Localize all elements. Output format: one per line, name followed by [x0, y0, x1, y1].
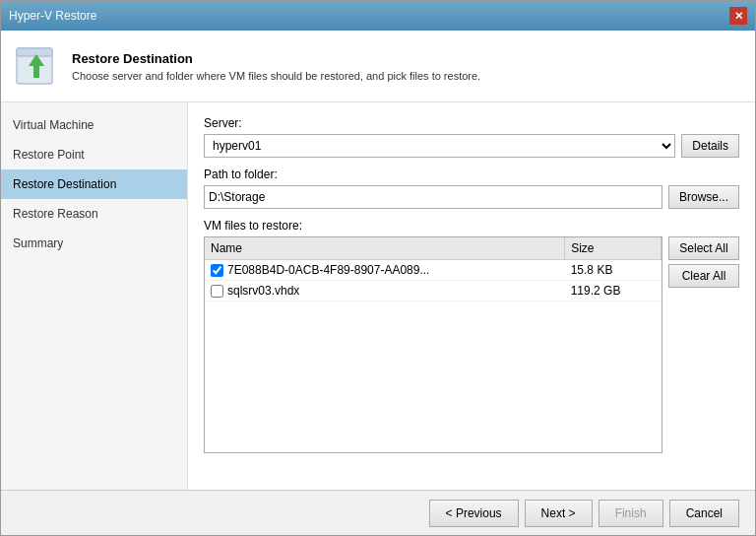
- file-size-1: 119.2 GB: [565, 281, 662, 302]
- next-button[interactable]: Next >: [525, 500, 593, 527]
- close-button[interactable]: ✕: [729, 7, 747, 25]
- content-area: Virtual Machine Restore Point Restore De…: [1, 102, 755, 490]
- sidebar: Virtual Machine Restore Point Restore De…: [1, 102, 188, 490]
- cancel-button[interactable]: Cancel: [669, 500, 739, 527]
- previous-button[interactable]: < Previous: [429, 500, 519, 527]
- details-button[interactable]: Details: [681, 134, 739, 158]
- file-name-0: 7E088B4D-0ACB-4F89-8907-AA089...: [227, 263, 429, 277]
- sidebar-item-restore-point[interactable]: Restore Point: [1, 140, 187, 169]
- vm-files-area: Name Size 7E088B4D-0ACB-4F89-8907-AA089.…: [204, 236, 739, 453]
- clear-all-button[interactable]: Clear All: [668, 264, 739, 288]
- header-text: Restore Destination Choose server and fo…: [72, 51, 480, 82]
- col-size: Size: [565, 237, 662, 260]
- vm-files-table-container: Name Size 7E088B4D-0ACB-4F89-8907-AA089.…: [204, 236, 662, 453]
- vm-files-label: VM files to restore:: [204, 219, 739, 233]
- main-panel: Server: hyperv01 Details Path to folder:…: [188, 102, 755, 490]
- sidebar-item-restore-reason[interactable]: Restore Reason: [1, 199, 187, 229]
- file-size-0: 15.8 KB: [565, 260, 662, 281]
- window-title: Hyper-V Restore: [9, 9, 96, 23]
- title-bar: Hyper-V Restore ✕: [1, 1, 755, 31]
- header-area: Restore Destination Choose server and fo…: [1, 31, 755, 102]
- file-checkbox-1[interactable]: [211, 285, 223, 298]
- vm-buttons: Select All Clear All: [668, 236, 739, 453]
- footer: < Previous Next > Finish Cancel: [1, 490, 755, 535]
- sidebar-item-summary[interactable]: Summary: [1, 229, 187, 258]
- path-row: Browse...: [204, 185, 739, 209]
- finish-button[interactable]: Finish: [598, 500, 663, 527]
- browse-button[interactable]: Browse...: [668, 185, 739, 209]
- table-cell-name-0: 7E088B4D-0ACB-4F89-8907-AA089...: [205, 260, 565, 280]
- sidebar-item-restore-destination[interactable]: Restore Destination: [1, 169, 187, 199]
- server-row: hyperv01 Details: [204, 134, 739, 158]
- path-label: Path to folder:: [204, 168, 739, 181]
- path-input[interactable]: [204, 185, 662, 209]
- table-row: sqlsrv03.vhdx 119.2 GB: [205, 281, 662, 302]
- header-title: Restore Destination: [72, 51, 480, 66]
- main-window: Hyper-V Restore ✕ Restore Destination Ch…: [0, 0, 756, 536]
- restore-icon: [13, 42, 60, 90]
- svg-rect-1: [17, 48, 52, 56]
- header-description: Choose server and folder where VM files …: [72, 70, 480, 82]
- sidebar-item-virtual-machine[interactable]: Virtual Machine: [1, 110, 187, 140]
- col-name: Name: [205, 237, 565, 260]
- file-name-1: sqlsrv03.vhdx: [227, 284, 299, 298]
- table-cell-name-1: sqlsrv03.vhdx: [205, 281, 565, 301]
- select-all-button[interactable]: Select All: [668, 236, 739, 260]
- server-select[interactable]: hyperv01: [204, 134, 675, 158]
- vm-files-table: Name Size 7E088B4D-0ACB-4F89-8907-AA089.…: [205, 237, 662, 302]
- table-row: 7E088B4D-0ACB-4F89-8907-AA089... 15.8 KB: [205, 260, 662, 281]
- file-checkbox-0[interactable]: [211, 264, 223, 277]
- server-label: Server:: [204, 116, 739, 130]
